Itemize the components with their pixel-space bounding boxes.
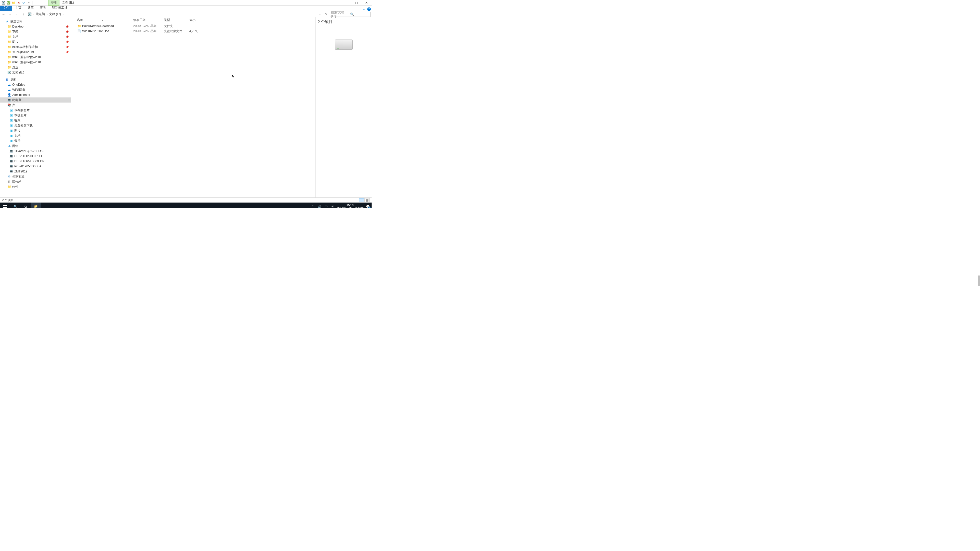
breadcrumb-pc[interactable]: 此电脑 bbox=[35, 11, 46, 17]
drive-icon: 💽 bbox=[1, 0, 6, 5]
view-switcher: ☰ ▦ bbox=[359, 198, 369, 202]
sidebar-recycle-bin[interactable]: 🗑回收站 bbox=[0, 179, 71, 184]
sidebar-software[interactable]: 📁软件 bbox=[0, 184, 71, 189]
ribbon-context-tab[interactable]: 管理 bbox=[48, 0, 59, 6]
sidebar-network[interactable]: 🖧网络 bbox=[0, 143, 71, 148]
sidebar-network-item[interactable]: 💻DESKTOP-LSSOEDP bbox=[0, 159, 71, 164]
address-dropdown-icon[interactable]: ⌄ bbox=[318, 13, 322, 16]
file-rows: 📁BaiduNetdiskDownload2020/12/26, 星期六 1..… bbox=[71, 23, 315, 34]
tray-overflow-icon[interactable]: ˄ bbox=[310, 205, 315, 208]
sidebar-network-item[interactable]: 💻ZMT2019 bbox=[0, 169, 71, 174]
column-headers[interactable]: 名称 ▴ 修改日期 类型 大小 bbox=[71, 17, 315, 23]
pc-icon: 💻 bbox=[9, 149, 13, 153]
ribbon-collapse-icon[interactable]: ⌄ bbox=[361, 7, 366, 11]
sidebar-item[interactable]: 💽文档 (E:) bbox=[0, 70, 71, 75]
pin-icon: 📌 bbox=[65, 35, 68, 38]
breadcrumb-sep: › bbox=[33, 13, 34, 16]
folder-icon: 📁 bbox=[7, 45, 11, 49]
drive-large-icon bbox=[335, 40, 353, 50]
volume-icon[interactable]: 🔊 bbox=[317, 205, 322, 208]
task-view-button[interactable]: ⧉ bbox=[21, 203, 30, 208]
file-size: 4,739,584... bbox=[187, 29, 208, 33]
up-button[interactable]: ↑ bbox=[21, 12, 26, 17]
sidebar-library-item[interactable]: ▣文档 bbox=[0, 133, 71, 138]
sidebar-item[interactable]: 📁虎观 bbox=[0, 65, 71, 70]
file-name: BaiduNetdiskDownload bbox=[82, 24, 114, 28]
sidebar-quick-item[interactable]: 📁Desktop📌 bbox=[0, 24, 71, 29]
details-view-button[interactable]: ☰ bbox=[359, 198, 364, 202]
sidebar-wps[interactable]: ☁WPS网盘 bbox=[0, 87, 71, 92]
mail-icon[interactable]: ✉ bbox=[331, 205, 335, 208]
sidebar-quick-item[interactable]: 📁下载📌 bbox=[0, 29, 71, 34]
pc-icon: 💻 bbox=[9, 164, 13, 168]
sidebar-quick-item[interactable]: 📁图片📌 bbox=[0, 39, 71, 44]
sidebar-library-item[interactable]: ▣保存的图片 bbox=[0, 108, 71, 113]
sidebar-library-item[interactable]: ▣视频 bbox=[0, 118, 71, 123]
column-type[interactable]: 类型 bbox=[162, 18, 187, 22]
sidebar-item[interactable]: 📁win10重装32位win10 bbox=[0, 55, 71, 60]
sidebar-quick-item[interactable]: 📁excel表格制作求和📌 bbox=[0, 44, 71, 49]
qat-newfolder-icon[interactable]: 📁 bbox=[11, 0, 16, 5]
help-icon[interactable]: ? bbox=[366, 7, 372, 11]
navigation-pane[interactable]: ★ 快速访问 📁Desktop📌📁下载📌📁文档📌📁图片📌📁excel表格制作求和… bbox=[0, 17, 71, 197]
maximize-button[interactable]: ▢ bbox=[351, 0, 361, 6]
search-input[interactable]: 搜索"文档 (E:)" 🔍 bbox=[330, 12, 371, 17]
sidebar-item-label: excel表格制作求和 bbox=[12, 45, 38, 49]
qat-undo-icon[interactable]: ⟳ bbox=[21, 0, 26, 5]
sidebar-item[interactable]: 📁win10重装64位win10 bbox=[0, 60, 71, 65]
sidebar-item-label: DESKTOP-LSSOEDP bbox=[14, 159, 45, 163]
sidebar-network-item[interactable]: 💻DESKTOP-HL0PLFL bbox=[0, 154, 71, 159]
refresh-button[interactable]: ⟳ bbox=[324, 13, 328, 16]
quick-access-toolbar: 💽 ✅ 📁 ✖ ⟳ ▾ bbox=[0, 0, 33, 5]
taskbar-explorer-button[interactable]: 📁 bbox=[30, 203, 41, 208]
forward-button[interactable]: → bbox=[8, 12, 13, 17]
sidebar-library-item[interactable]: ▣本机照片 bbox=[0, 113, 71, 118]
sidebar-quick-access[interactable]: ★ 快速访问 bbox=[0, 19, 71, 24]
thumb-view-button[interactable]: ▦ bbox=[364, 198, 369, 202]
taskbar-search-button[interactable]: 🔍 bbox=[10, 203, 21, 208]
library-icon: ▣ bbox=[9, 129, 13, 133]
sidebar-this-pc[interactable]: 💻此电脑 bbox=[0, 97, 71, 103]
close-button[interactable]: ✕ bbox=[361, 0, 372, 6]
sidebar-library-item[interactable]: ▣图片 bbox=[0, 128, 71, 133]
start-button[interactable] bbox=[0, 203, 10, 208]
sidebar-desktop[interactable]: 🖥桌面 bbox=[0, 77, 71, 82]
sidebar-control-panel[interactable]: ⚙控制面板 bbox=[0, 174, 71, 179]
breadcrumb-drive[interactable]: 文档 (E:) bbox=[48, 11, 62, 17]
sidebar-item-label: Desktop bbox=[12, 25, 24, 28]
back-button[interactable]: ← bbox=[1, 12, 6, 17]
sidebar-label: Administrator bbox=[12, 93, 30, 97]
taskbar[interactable]: 🔍 ⧉ 📁 ˄ 🔊 中 ✉ 15:09 2020/12/26, 星期六 💬 bbox=[0, 203, 372, 208]
column-name[interactable]: 名称 ▴ bbox=[75, 18, 131, 22]
file-row[interactable]: 📄Win10x32_2020.iso2020/12/26, 星期六 1...光盘… bbox=[71, 29, 315, 34]
sidebar-network-item[interactable]: 💻1H4WPFQ7KZ8HU82 bbox=[0, 148, 71, 154]
recent-dropdown-icon[interactable]: ▾ bbox=[14, 12, 19, 17]
minimize-button[interactable]: — bbox=[341, 0, 351, 6]
file-list[interactable]: 名称 ▴ 修改日期 类型 大小 📁BaiduNetdiskDownload202… bbox=[71, 17, 315, 197]
address-bar[interactable]: 💽 › 此电脑 › 文档 (E:) › bbox=[27, 11, 316, 17]
sidebar-onedrive[interactable]: ☁OneDrive bbox=[0, 82, 71, 87]
qat-properties-icon[interactable]: ✅ bbox=[6, 0, 11, 5]
svg-rect-2 bbox=[3, 207, 5, 208]
qat-dropdown-icon[interactable]: ▾ bbox=[27, 0, 31, 5]
action-center-icon[interactable]: 💬 bbox=[366, 205, 370, 208]
sidebar-quick-item[interactable]: 📁文档📌 bbox=[0, 34, 71, 39]
qat-delete-icon[interactable]: ✖ bbox=[16, 0, 21, 5]
sidebar-libraries[interactable]: 📚库 bbox=[0, 103, 71, 108]
ime-indicator[interactable]: 中 bbox=[324, 205, 328, 208]
sidebar-library-item[interactable]: ▣音乐 bbox=[0, 138, 71, 143]
column-size[interactable]: 大小 bbox=[187, 18, 208, 22]
sidebar-quick-item[interactable]: 📁YUNQISHI2019📌 bbox=[0, 49, 71, 55]
pc-icon: 💻 bbox=[9, 159, 13, 163]
taskbar-clock[interactable]: 15:09 2020/12/26, 星期六 bbox=[337, 203, 363, 208]
sidebar-administrator[interactable]: 👤Administrator bbox=[0, 92, 71, 97]
sidebar-network-item[interactable]: 💻PC-20190530OBLA bbox=[0, 164, 71, 169]
library-icon: ▣ bbox=[9, 118, 13, 122]
file-row[interactable]: 📁BaiduNetdiskDownload2020/12/26, 星期六 1..… bbox=[71, 24, 315, 29]
search-icon[interactable]: 🔍 bbox=[350, 13, 369, 16]
star-icon: ★ bbox=[5, 19, 9, 24]
status-text: 2 个项目 bbox=[2, 198, 14, 202]
sidebar-library-item[interactable]: ▣天翼云盘下载 bbox=[0, 123, 71, 128]
column-date[interactable]: 修改日期 bbox=[131, 18, 162, 22]
sidebar-item-label: 天翼云盘下载 bbox=[14, 124, 33, 128]
